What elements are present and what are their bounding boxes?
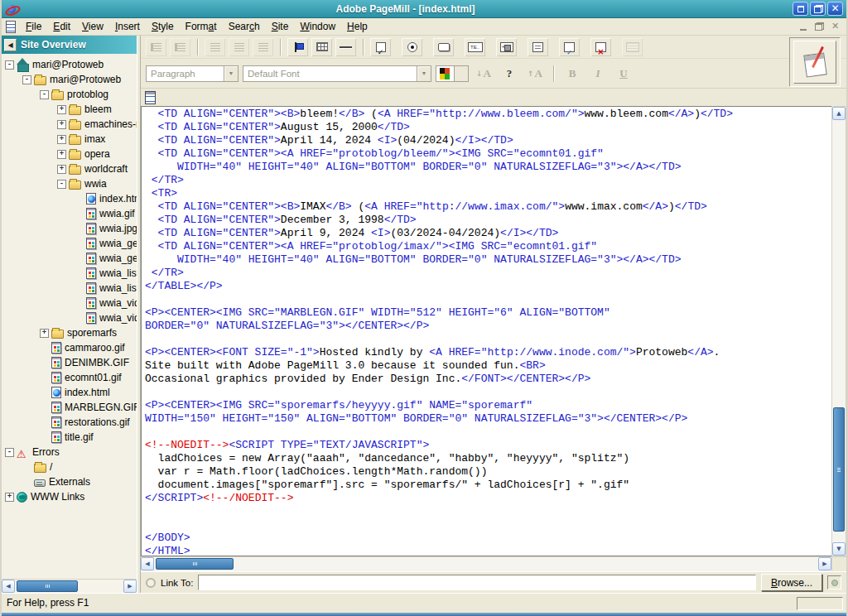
menu-site[interactable]: Site (266, 19, 295, 34)
tree-item[interactable]: wwia_listi (2, 281, 137, 296)
insert-horizontal-rule-button[interactable] (335, 38, 356, 56)
restore-button[interactable] (810, 2, 826, 16)
chevron-down-icon[interactable] (417, 66, 431, 81)
tree-expander[interactable]: + (40, 329, 49, 338)
tree-expander[interactable]: - (5, 60, 14, 70)
tree-item[interactable]: wwia_geo (2, 236, 137, 251)
tree-item[interactable]: +imax (2, 132, 137, 147)
font-select[interactable]: Default Font (243, 65, 431, 82)
insert-checkbox-button[interactable] (370, 38, 391, 56)
tree-expander[interactable]: - (40, 90, 49, 99)
bold-button[interactable]: B (561, 65, 583, 83)
tree-item[interactable]: DENIMBK.GIF (2, 355, 137, 370)
tree-item[interactable]: +emachines-ne (2, 117, 137, 132)
tree-expander[interactable]: - (57, 180, 66, 189)
chevron-down-icon[interactable] (224, 66, 238, 81)
page-drag-icon[interactable] (145, 91, 156, 104)
tree-item[interactable]: index.html (2, 385, 137, 400)
font-increase-button[interactable]: ↑A (524, 65, 546, 83)
text-color-button[interactable] (436, 65, 469, 82)
scrollbar-thumb[interactable] (156, 558, 234, 570)
menu-view[interactable]: View (76, 19, 109, 34)
insert-radio-button-button[interactable] (402, 38, 422, 56)
scrollbar-track[interactable] (78, 580, 123, 593)
tree-item[interactable]: -protoblog (2, 87, 137, 102)
tree-item[interactable]: wwia_vid (2, 296, 137, 310)
menu-format[interactable]: Format (180, 19, 223, 34)
scroll-down-button[interactable] (832, 542, 846, 556)
mdi-close-button[interactable]: ✕ (828, 21, 842, 33)
tree-expander[interactable]: + (57, 150, 66, 159)
tree-item[interactable]: wwia_listi (2, 266, 137, 281)
scroll-up-button[interactable] (832, 107, 846, 120)
sidebar-horizontal-scrollbar[interactable] (2, 579, 137, 593)
tree-item[interactable]: +WWW Links (2, 489, 137, 504)
close-button[interactable]: ✕ (827, 2, 843, 16)
menu-insert[interactable]: Insert (109, 19, 146, 34)
mdi-restore-button[interactable] (812, 21, 826, 33)
menu-help[interactable]: Help (341, 19, 373, 34)
tree-item[interactable]: +sporemarfs (2, 325, 137, 340)
scroll-right-button[interactable] (123, 580, 137, 593)
tree-expander[interactable]: + (5, 493, 14, 502)
scroll-left-button[interactable] (2, 580, 15, 593)
align-center-button[interactable] (229, 38, 249, 56)
indent-decrease-button[interactable] (146, 38, 166, 56)
tree-item[interactable]: wwia_geo (2, 251, 137, 266)
preview-mode-toggle-button[interactable] (793, 41, 836, 84)
menu-edit[interactable]: Edit (47, 19, 76, 34)
tree-expander[interactable]: + (57, 120, 66, 129)
tree-item[interactable]: restorations.gif (2, 415, 137, 430)
insert-text-area-button[interactable] (528, 38, 548, 56)
font-decrease-button[interactable]: ↓A (473, 65, 494, 83)
link-to-input[interactable] (198, 575, 756, 590)
browse-button[interactable]: Browse... (761, 574, 822, 591)
scrollbar-thumb[interactable] (17, 580, 78, 592)
tree-item[interactable]: +opera (2, 147, 137, 161)
code-horizontal-scrollbar[interactable] (141, 556, 846, 571)
tree-item[interactable]: ecomnt01.gif (2, 370, 137, 385)
menu-search[interactable]: Search (223, 19, 266, 34)
tree-item[interactable]: wwia.jpg (2, 221, 137, 236)
tree-expander[interactable]: - (5, 448, 14, 457)
insert-submit-button-button[interactable] (433, 38, 454, 56)
insert-image-button[interactable] (590, 38, 611, 56)
indent-increase-button[interactable] (170, 38, 190, 56)
tree-expander[interactable]: + (57, 165, 66, 174)
mdi-minimize-button[interactable] (797, 21, 811, 33)
tree-item[interactable]: -mari@Protoweb (2, 57, 137, 72)
tree-item[interactable]: wwia.gif (2, 206, 137, 221)
insert-form-layout-button[interactable] (622, 38, 643, 56)
insert-anchor-button[interactable] (287, 38, 308, 56)
link-state-indicator[interactable] (827, 575, 841, 590)
italic-button[interactable]: I (587, 65, 609, 83)
font-relative-button[interactable]: ? (499, 65, 520, 83)
html-source-editor[interactable]: <TD ALIGN="CENTER"><B>bleem!</B> (<A HRE… (141, 106, 831, 556)
menu-window[interactable]: Window (294, 19, 341, 34)
tree-expander[interactable]: + (57, 105, 66, 114)
maximize-button[interactable] (793, 2, 808, 16)
tree-item[interactable]: title.gif (2, 430, 137, 445)
site-tree[interactable]: -mari@Protoweb-mari@Protoweb-protoblog+b… (2, 54, 137, 579)
tree-expander[interactable]: - (22, 75, 31, 84)
tree-item[interactable]: +bleem (2, 102, 137, 117)
paragraph-format-select[interactable]: Paragraph (146, 65, 238, 82)
insert-table-button[interactable] (311, 38, 332, 56)
tree-item[interactable]: MARBLEGN.GIF (2, 400, 137, 415)
insert-select-field-button[interactable] (559, 38, 580, 56)
document-icon[interactable] (6, 21, 16, 33)
code-vertical-scrollbar[interactable] (831, 106, 846, 556)
menu-file[interactable]: File (20, 19, 47, 34)
insert-password-field-button[interactable] (496, 38, 517, 56)
menu-style[interactable]: Style (146, 19, 180, 34)
align-left-button[interactable] (205, 38, 225, 56)
tree-item[interactable]: cammaroo.gif (2, 340, 137, 355)
underline-button[interactable]: U (613, 65, 634, 83)
chevron-down-icon[interactable] (454, 66, 468, 81)
tree-item[interactable]: wwia_vid (2, 310, 137, 325)
tree-item[interactable]: -wwia (2, 176, 137, 191)
tree-item[interactable]: Externals (2, 474, 137, 489)
scroll-left-button[interactable] (141, 557, 154, 570)
collapse-panel-button[interactable]: ◀ (4, 39, 17, 51)
scrollbar-track[interactable] (234, 557, 818, 571)
